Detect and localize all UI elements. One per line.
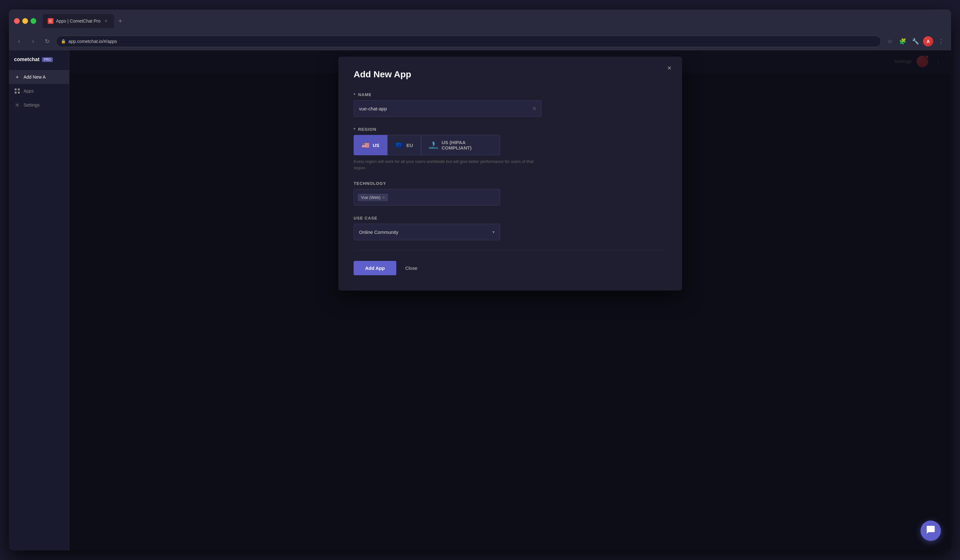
region-btn-eu[interactable]: 🇪🇺 EU — [387, 135, 421, 155]
sidebar-item-settings[interactable]: Settings — [9, 98, 69, 112]
browser-menu-icon[interactable]: ⋮ — [936, 36, 946, 46]
usecase-label-text: USE CASE — [354, 216, 378, 220]
modal-close-button[interactable]: × — [664, 63, 675, 73]
us-flag-icon: 🇺🇸 — [362, 141, 370, 149]
region-btn-us[interactable]: 🇺🇸 US — [354, 135, 387, 155]
logo-text: cometchat — [14, 57, 40, 62]
back-button[interactable]: ‹ — [14, 36, 24, 46]
svg-rect-2 — [14, 92, 16, 94]
technology-label: TECHNOLOGY — [354, 181, 667, 186]
browser-navbar: ‹ › ↻ 🔒 app.cometchat.io/#/apps ☆ 🧩 🔧 A … — [9, 32, 951, 50]
tab-bar: C Apps | CometChat Pro × + — [43, 14, 946, 28]
apps-grid-icon — [14, 88, 20, 94]
eu-flag-icon: 🇪🇺 — [395, 141, 403, 149]
puzzle-icon[interactable]: 🔧 — [910, 36, 920, 46]
sidebar-item-add-new[interactable]: ＋ Add New A — [9, 70, 69, 84]
refresh-button[interactable]: ↻ — [42, 36, 52, 46]
name-section: * NAME vue-chat-app ≡ — [354, 92, 667, 117]
technology-input[interactable]: Vue (Web) × — [354, 189, 500, 206]
address-bar[interactable]: 🔒 app.cometchat.io/#/apps — [56, 36, 881, 47]
close-button[interactable]: Close — [403, 261, 420, 275]
technology-label-text: TECHNOLOGY — [354, 181, 386, 186]
traffic-lights — [14, 18, 36, 24]
technology-section: TECHNOLOGY Vue (Web) × — [354, 181, 667, 206]
add-new-icon: ＋ — [14, 74, 20, 80]
usecase-dropdown[interactable]: Online Community ▾ — [354, 224, 500, 240]
minimize-traffic-light[interactable] — [22, 18, 28, 24]
name-label-text: NAME — [358, 92, 371, 97]
url-text: app.cometchat.io/#/apps — [69, 39, 876, 44]
region-label-text: REGION — [358, 127, 376, 132]
modal-footer: Add App Close — [354, 261, 667, 275]
modal-title: Add New App — [354, 69, 667, 80]
settings-gear-icon — [14, 102, 20, 108]
technology-tag-vue: Vue (Web) × — [358, 194, 388, 201]
sidebar-item-apps[interactable]: Apps — [9, 84, 69, 98]
svg-rect-1 — [18, 88, 20, 90]
name-input-icon: ≡ — [533, 105, 536, 112]
sidebar-item-settings-label: Settings — [24, 102, 40, 107]
technology-tag-close-button[interactable]: × — [382, 195, 385, 200]
new-tab-button[interactable]: + — [115, 16, 125, 26]
bookmark-icon[interactable]: ☆ — [885, 36, 895, 46]
extension-icon[interactable]: 🧩 — [898, 36, 908, 46]
region-btn-us-hipaa[interactable]: ⚕ HIPAA US (HIPAA COMPLIANT) — [421, 135, 500, 155]
app-content: cometchat PRO ＋ Add New A Apps — [9, 50, 951, 550]
modal-divider — [354, 250, 667, 251]
browser-titlebar: C Apps | CometChat Pro × + — [9, 10, 951, 32]
modal-overlay: × Add New App * NAME vue-chat-app ≡ — [69, 50, 951, 550]
name-input[interactable]: vue-chat-app ≡ — [354, 100, 541, 117]
svg-point-4 — [16, 104, 18, 105]
region-required-star: * — [354, 127, 355, 132]
forward-button[interactable]: › — [28, 36, 38, 46]
region-label: * REGION — [354, 127, 667, 132]
main-area: Settings ⋮ × Add New App — [69, 50, 951, 550]
svg-rect-3 — [18, 92, 20, 94]
sidebar: cometchat PRO ＋ Add New A Apps — [9, 50, 69, 550]
usecase-label: USE CASE — [354, 216, 667, 220]
browser-nav-icons: ☆ 🧩 🔧 A ⋮ — [885, 36, 946, 46]
tab-close-button[interactable]: × — [103, 18, 109, 24]
add-app-button[interactable]: Add App — [354, 261, 396, 275]
maximize-traffic-light[interactable] — [30, 18, 36, 24]
tab-title: Apps | CometChat Pro — [56, 18, 101, 24]
sidebar-logo: cometchat PRO — [9, 57, 69, 70]
svg-rect-0 — [14, 88, 16, 90]
active-tab[interactable]: C Apps | CometChat Pro × — [43, 14, 114, 28]
chat-bubble-button[interactable] — [920, 520, 941, 541]
usecase-section: USE CASE Online Community ▾ — [354, 216, 667, 240]
sidebar-item-apps-label: Apps — [24, 88, 34, 94]
tab-favicon: C — [48, 18, 53, 24]
browser-profile-avatar[interactable]: A — [923, 36, 933, 46]
region-hipaa-label: US (HIPAA COMPLIANT) — [442, 140, 492, 150]
add-new-app-modal: × Add New App * NAME vue-chat-app ≡ — [338, 57, 682, 290]
browser-window: C Apps | CometChat Pro × + ‹ › ↻ 🔒 app.c… — [9, 10, 951, 550]
region-section: * REGION 🇺🇸 US 🇪🇺 EU — [354, 127, 667, 171]
technology-tag-label: Vue (Web) — [361, 195, 380, 200]
region-us-label: US — [373, 142, 379, 148]
region-eu-label: EU — [406, 142, 413, 148]
sidebar-item-add-new-label: Add New A — [24, 75, 45, 80]
name-input-value: vue-chat-app — [359, 106, 530, 112]
chat-bubble-icon — [926, 525, 936, 537]
usecase-selected-value: Online Community — [359, 230, 398, 235]
usecase-chevron-icon: ▾ — [493, 230, 494, 235]
ssl-lock-icon: 🔒 — [61, 39, 66, 44]
close-traffic-light[interactable] — [14, 18, 20, 24]
region-hint-text: Every region will work for all your user… — [354, 158, 538, 171]
region-buttons-group: 🇺🇸 US 🇪🇺 EU ⚕ — [354, 135, 500, 155]
name-label: * NAME — [354, 92, 667, 97]
hipaa-icon: ⚕ HIPAA — [429, 141, 438, 150]
name-required-star: * — [354, 92, 355, 97]
logo-badge: PRO — [42, 57, 53, 62]
